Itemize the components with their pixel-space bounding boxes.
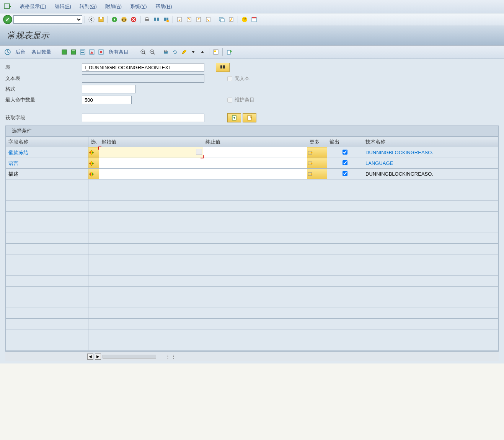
- shortcut-icon[interactable]: [227, 15, 235, 24]
- save-icon[interactable]: [97, 15, 105, 24]
- field-name-cell[interactable]: 催款冻结: [6, 148, 88, 158]
- dropdown-icon[interactable]: [189, 48, 197, 56]
- svg-point-1: [89, 17, 94, 22]
- from-value-input[interactable]: [99, 169, 203, 179]
- refresh-icon[interactable]: [171, 48, 179, 56]
- menu-help[interactable]: 帮助(H): [155, 3, 172, 10]
- scroll-right-icon[interactable]: ▶: [95, 354, 101, 360]
- new-session-icon[interactable]: [217, 15, 226, 24]
- output-checkbox[interactable]: [343, 150, 347, 155]
- input-max-hits[interactable]: [82, 96, 132, 104]
- table-row: 语言LANGUAGE: [6, 158, 498, 169]
- col-select[interactable]: 选.: [88, 137, 99, 147]
- enter-button[interactable]: [3, 15, 12, 24]
- table-row: 催款冻结DUNNINGBLOCKINGREASO.: [6, 147, 498, 158]
- to-value-input[interactable]: [203, 169, 307, 179]
- last-page-icon[interactable]: [204, 15, 212, 24]
- input-get-fields[interactable]: [82, 114, 204, 122]
- table-row-empty: [6, 179, 498, 190]
- output-checkbox[interactable]: [343, 171, 347, 176]
- command-field[interactable]: [13, 15, 82, 24]
- label-text-table: 文本表: [5, 75, 82, 82]
- search-table-button[interactable]: [216, 63, 230, 72]
- resize-grip-icon[interactable]: ⋮⋮: [165, 354, 177, 359]
- tb-icon-3[interactable]: [79, 48, 86, 56]
- pencil-icon[interactable]: [180, 48, 188, 56]
- col-tech-name[interactable]: 技术名称: [363, 137, 498, 147]
- print-2-icon[interactable]: [162, 48, 170, 56]
- multiple-selection-button[interactable]: [307, 169, 327, 179]
- tech-name-cell: DUNNINGBLOCKINGREASO.: [363, 169, 498, 178]
- menu-edit[interactable]: 编辑(E): [55, 3, 71, 10]
- output-checkbox[interactable]: [343, 160, 347, 165]
- zoom-in-icon[interactable]: [139, 48, 147, 56]
- table-row-empty: [6, 287, 498, 297]
- menu-extras[interactable]: 附加(A): [105, 3, 122, 10]
- col-from[interactable]: 起始值: [99, 137, 203, 147]
- table-row-empty: [6, 297, 498, 308]
- first-page-icon[interactable]: [175, 15, 184, 24]
- tb-icon-2[interactable]: [70, 48, 77, 56]
- cancel-icon[interactable]: [129, 15, 138, 24]
- field-name-cell: 描述: [6, 169, 88, 179]
- table-row-empty: [6, 254, 498, 265]
- variant-icon[interactable]: [212, 48, 220, 56]
- to-value-input[interactable]: [203, 147, 307, 158]
- menu-system[interactable]: 系统(Y): [130, 3, 147, 10]
- up-icon[interactable]: [199, 48, 206, 56]
- svg-rect-19: [220, 19, 224, 22]
- svg-rect-24: [252, 17, 256, 18]
- select-option-button[interactable]: [88, 169, 99, 179]
- zoom-out-icon[interactable]: [148, 48, 156, 56]
- form-area: 表 文本表 无文本 格式 最大命中数量 维护条目 获取字段 选择条件: [0, 59, 504, 363]
- label-max-hits: 最大命中数量: [5, 96, 82, 103]
- back-green-icon[interactable]: [110, 15, 119, 24]
- execute-icon[interactable]: [4, 48, 11, 56]
- select-option-button[interactable]: [88, 158, 99, 169]
- input-format[interactable]: [82, 85, 135, 93]
- tb-icon-1[interactable]: [60, 48, 68, 56]
- input-table[interactable]: [82, 63, 204, 72]
- select-option-button[interactable]: [88, 147, 99, 158]
- f4-help-icon[interactable]: [196, 149, 202, 155]
- multiple-selection-button[interactable]: [307, 147, 327, 158]
- col-output[interactable]: 输出: [327, 137, 363, 147]
- field-name-cell[interactable]: 语言: [6, 158, 88, 168]
- all-entries-button[interactable]: 所有条目: [106, 48, 131, 56]
- multiple-selection-button[interactable]: [307, 158, 327, 169]
- exit-icon[interactable]: [120, 15, 128, 24]
- tb-icon-5[interactable]: [97, 48, 105, 56]
- find-icon[interactable]: [152, 15, 161, 24]
- tb-icon-4[interactable]: [88, 48, 96, 56]
- from-value-input[interactable]: [99, 158, 203, 169]
- scroll-left-icon[interactable]: ◀: [87, 354, 93, 360]
- svg-rect-30: [81, 51, 84, 51]
- svg-rect-11: [164, 18, 166, 21]
- prev-page-icon[interactable]: [185, 15, 193, 24]
- help-icon[interactable]: ?: [240, 15, 249, 24]
- layout-icon[interactable]: [250, 15, 258, 24]
- col-more[interactable]: 更多: [307, 137, 327, 147]
- print-icon[interactable]: [143, 15, 151, 24]
- menu-goto[interactable]: 转到(G): [80, 3, 97, 10]
- back-icon[interactable]: [87, 15, 96, 24]
- insert-fields-button[interactable]: [227, 113, 241, 122]
- entry-count-button[interactable]: 条目数量: [29, 48, 54, 56]
- svg-text:?: ?: [243, 17, 246, 22]
- scroll-track[interactable]: [103, 355, 156, 359]
- label-table: 表: [5, 64, 82, 71]
- from-value-input[interactable]: [99, 147, 203, 158]
- col-field-name[interactable]: 字段名称: [6, 137, 88, 147]
- col-to[interactable]: 终止值: [203, 137, 307, 147]
- svg-point-51: [92, 173, 93, 175]
- find-next-icon[interactable]: [162, 15, 170, 24]
- to-value-input[interactable]: [203, 158, 307, 169]
- svg-point-46: [90, 152, 91, 153]
- export-icon[interactable]: [225, 48, 233, 56]
- selection-grid: 字段名称 选. 起始值 终止值 更多 输出 技术名称 催款冻结DUNNINGBL…: [5, 136, 499, 351]
- app-menu-icon[interactable]: [4, 3, 11, 10]
- menu-table-display[interactable]: 表格显示(T): [20, 3, 46, 10]
- background-button[interactable]: 后台: [13, 48, 28, 56]
- next-page-icon[interactable]: [194, 15, 203, 24]
- remove-fields-button[interactable]: [243, 113, 256, 122]
